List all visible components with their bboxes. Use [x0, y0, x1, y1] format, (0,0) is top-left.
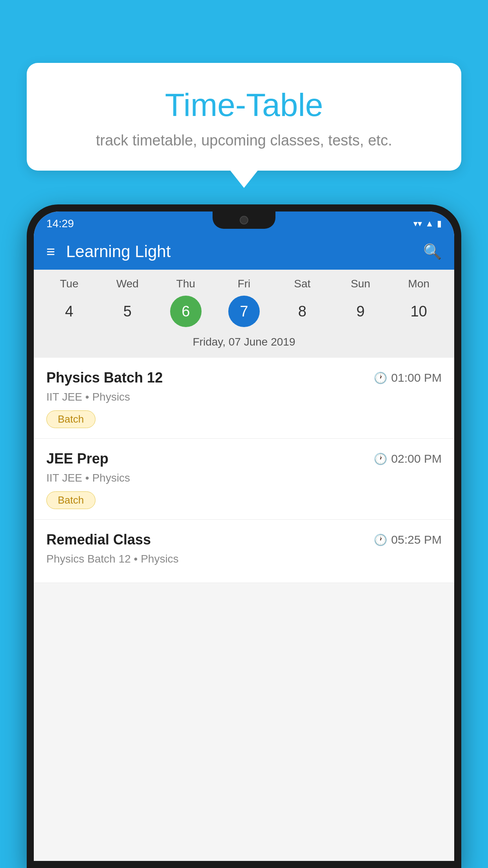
status-icons: ▾▾ ▲ ▮: [413, 219, 442, 229]
phone-inner: 14:29 ▾▾ ▲ ▮ ≡ Learning Light 🔍 Tue Wed …: [34, 211, 454, 861]
schedule-item-1-subtitle: IIT JEE • Physics: [46, 391, 442, 403]
schedule-list: Physics Batch 12 🕐 01:00 PM IIT JEE • Ph…: [34, 358, 454, 583]
day-label-sat: Sat: [286, 278, 318, 290]
day-10[interactable]: 10: [403, 296, 435, 327]
wifi-icon: ▾▾: [413, 219, 422, 229]
day-label-thu: Thu: [170, 278, 202, 290]
day-6-today[interactable]: 6: [170, 296, 202, 327]
search-icon[interactable]: 🔍: [423, 243, 442, 260]
phone-notch: [213, 211, 275, 229]
selected-date-label: Friday, 07 June 2019: [34, 333, 454, 354]
day-7-selected[interactable]: 7: [228, 296, 260, 327]
schedule-item-1-header: Physics Batch 12 🕐 01:00 PM: [46, 370, 442, 386]
battery-icon: ▮: [437, 219, 442, 229]
tooltip-subtitle: track timetable, upcoming classes, tests…: [50, 132, 438, 149]
tooltip-title: Time-Table: [50, 86, 438, 123]
clock-icon-3: 🕐: [374, 533, 387, 546]
schedule-item-3-header: Remedial Class 🕐 05:25 PM: [46, 531, 442, 548]
schedule-item-3[interactable]: Remedial Class 🕐 05:25 PM Physics Batch …: [34, 520, 454, 583]
day-label-wed: Wed: [112, 278, 143, 290]
schedule-item-1-time: 🕐 01:00 PM: [374, 371, 442, 384]
day-9[interactable]: 9: [345, 296, 376, 327]
day-numbers: 4 5 6 7 8 9 10: [34, 296, 454, 327]
hamburger-icon[interactable]: ≡: [46, 244, 55, 259]
schedule-item-2-time: 🕐 02:00 PM: [374, 452, 442, 465]
day-label-fri: Fri: [228, 278, 260, 290]
schedule-item-2-subtitle: IIT JEE • Physics: [46, 472, 442, 484]
phone-camera: [240, 216, 248, 224]
day-headers: Tue Wed Thu Fri Sat Sun Mon: [34, 278, 454, 290]
app-title: Learning Light: [66, 242, 412, 261]
schedule-item-3-subtitle: Physics Batch 12 • Physics: [46, 553, 442, 565]
day-4[interactable]: 4: [53, 296, 85, 327]
schedule-item-3-title: Remedial Class: [46, 531, 151, 548]
phone-mockup: 14:29 ▾▾ ▲ ▮ ≡ Learning Light 🔍 Tue Wed …: [27, 204, 461, 868]
schedule-item-2-header: JEE Prep 🕐 02:00 PM: [46, 451, 442, 467]
day-label-mon: Mon: [403, 278, 435, 290]
day-5[interactable]: 5: [112, 296, 143, 327]
tooltip-card: Time-Table track timetable, upcoming cla…: [27, 63, 461, 171]
day-8[interactable]: 8: [286, 296, 318, 327]
schedule-item-2-title: JEE Prep: [46, 451, 108, 467]
schedule-item-1[interactable]: Physics Batch 12 🕐 01:00 PM IIT JEE • Ph…: [34, 358, 454, 439]
schedule-item-2[interactable]: JEE Prep 🕐 02:00 PM IIT JEE • Physics Ba…: [34, 439, 454, 520]
signal-icon: ▲: [425, 219, 434, 229]
day-label-tue: Tue: [53, 278, 85, 290]
calendar-strip: Tue Wed Thu Fri Sat Sun Mon 4 5 6 7 8 9 …: [34, 270, 454, 358]
clock-icon-1: 🕐: [374, 371, 387, 384]
app-bar: ≡ Learning Light 🔍: [34, 234, 454, 270]
schedule-item-3-time: 🕐 05:25 PM: [374, 533, 442, 546]
batch-tag-2: Batch: [46, 491, 95, 509]
schedule-item-1-title: Physics Batch 12: [46, 370, 163, 386]
batch-tag-1: Batch: [46, 410, 95, 428]
clock-icon-2: 🕐: [374, 452, 387, 465]
day-label-sun: Sun: [345, 278, 376, 290]
